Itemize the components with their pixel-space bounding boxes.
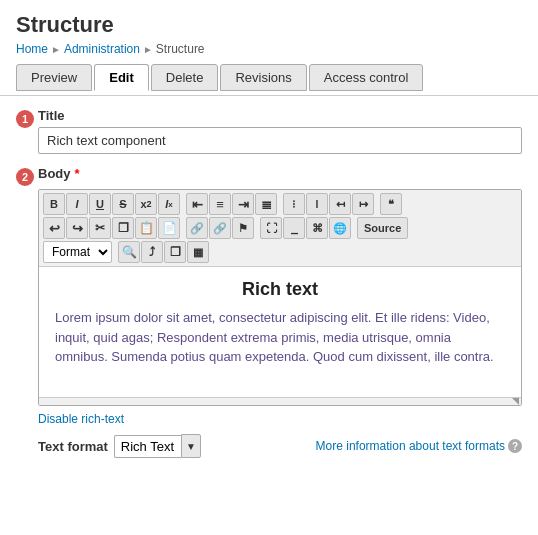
ordered-list-button[interactable]: ⁞ [306,193,328,215]
toolbar-row-3: Format 🔍 ⤴ ❒ ▦ [43,241,517,263]
required-star: * [75,166,80,181]
rte-toolbar: B I U S x2 Ix ⇤ ≡ ⇥ ≣ ⁝ ⁞ ↤ [39,190,521,267]
copy-button[interactable]: ❐ [112,217,134,239]
breadcrumb-home[interactable]: Home [16,42,48,56]
disable-rich-text-link[interactable]: Disable rich-text [38,412,124,426]
text-format-row: Text format Rich Text ▼ More information… [38,434,522,458]
tab-revisions[interactable]: Revisions [220,64,306,91]
italic-button[interactable]: I [66,193,88,215]
unordered-list-button[interactable]: ⁝ [283,193,305,215]
superscript-button[interactable]: x2 [135,193,157,215]
cut-button[interactable]: ✂ [89,217,111,239]
tab-delete[interactable]: Delete [151,64,219,91]
toolbar-row-1: B I U S x2 Ix ⇤ ≡ ⇥ ≣ ⁝ ⁞ ↤ [43,193,517,215]
search-btn[interactable]: 🔍 [118,241,140,263]
table-button[interactable]: ⌘ [306,217,328,239]
line-button[interactable]: ⎯ [283,217,305,239]
outdent-button[interactable]: ↤ [329,193,351,215]
breadcrumb-arrow-2: ► [143,44,153,55]
body-field-row: 2 Body * B I U S x2 Ix [16,166,522,458]
source-button[interactable]: Source [357,217,408,239]
indent-button[interactable]: ↦ [352,193,374,215]
title-label: Title [38,108,522,123]
align-center-button[interactable]: ≡ [209,193,231,215]
text-format-label: Text format [38,439,108,454]
remove-format-button[interactable]: Ix [158,193,180,215]
text-format-select[interactable]: Rich Text [114,435,181,458]
help-icon: ? [508,439,522,453]
breadcrumb-arrow-1: ► [51,44,61,55]
breadcrumb: Home ► Administration ► Structure [16,42,522,56]
resize-triangle [512,398,519,405]
blockquote-button[interactable]: ❝ [380,193,402,215]
toolbar-row-2: ↩ ↪ ✂ ❐ 📋 📄 🔗 🔗 ⚑ ⛶ ⎯ ⌘ 🌐 [43,217,517,239]
paste-button[interactable]: 📋 [135,217,157,239]
title-field-row: 1 Title [16,108,522,154]
rte-resize-handle[interactable] [39,397,521,405]
resize-btn[interactable]: ⤴ [141,241,163,263]
breadcrumb-current: Structure [156,42,205,56]
tab-access-control[interactable]: Access control [309,64,424,91]
title-badge: 1 [16,110,34,128]
bold-button[interactable]: B [43,193,65,215]
body-label-row: Body * [38,166,522,185]
strikethrough-button[interactable]: S [112,193,134,215]
rte-content-body: Lorem ipsum dolor sit amet, consectetur … [55,308,505,367]
rte-content-title: Rich text [55,279,505,300]
unlink-button[interactable]: 🔗 [209,217,231,239]
underline-button[interactable]: U [89,193,111,215]
breadcrumb-admin[interactable]: Administration [64,42,140,56]
tab-bar: Preview Edit Delete Revisions Access con… [16,64,522,91]
more-info-link[interactable]: More information about text formats ? [316,439,522,453]
title-input[interactable] [38,127,522,154]
align-left-button[interactable]: ⇤ [186,193,208,215]
body-badge: 2 [16,168,34,186]
body-field-content: Body * B I U S x2 Ix ⇤ [38,166,522,458]
align-right-button[interactable]: ⇥ [232,193,254,215]
body-label: Body * [38,166,80,181]
image-button[interactable]: ⛶ [260,217,282,239]
format-select[interactable]: Format [43,241,112,263]
anchor-button[interactable]: ⚑ [232,217,254,239]
more-info-text: More information about text formats [316,439,505,453]
title-field-content: Title [38,108,522,154]
format-dropdown-arrow[interactable]: ▼ [181,434,201,458]
paste-text-button[interactable]: 📄 [158,217,180,239]
rte-content[interactable]: Rich text Lorem ipsum dolor sit amet, co… [39,267,521,397]
align-justify-button[interactable]: ≣ [255,193,277,215]
redo-button[interactable]: ↪ [66,217,88,239]
rte-wrapper: B I U S x2 Ix ⇤ ≡ ⇥ ≣ ⁝ ⁞ ↤ [38,189,522,406]
tab-preview[interactable]: Preview [16,64,92,91]
show-blocks-btn[interactable]: ▦ [187,241,209,263]
undo-button[interactable]: ↩ [43,217,65,239]
page-title: Structure [16,12,522,38]
text-format-left: Text format Rich Text ▼ [38,434,201,458]
link-button[interactable]: 🔗 [186,217,208,239]
format-dropdown-group: Rich Text ▼ [114,434,201,458]
globe-button[interactable]: 🌐 [329,217,351,239]
fullscreen-btn[interactable]: ❒ [164,241,186,263]
tab-edit[interactable]: Edit [94,64,149,91]
